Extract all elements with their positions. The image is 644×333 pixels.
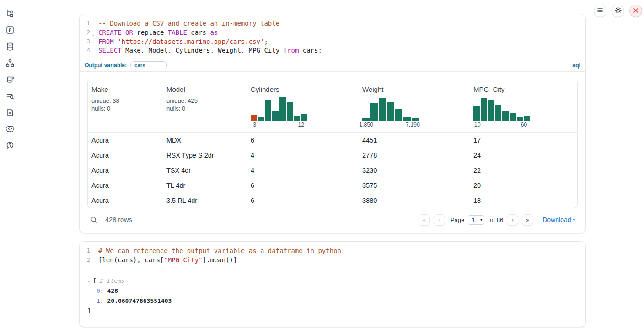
column-name: Model [166, 85, 243, 93]
column-header[interactable]: MPG_City1060 [470, 79, 577, 132]
column-name: Make [91, 85, 159, 93]
sidebar-item-snippets[interactable] [5, 124, 16, 135]
prev-page-button[interactable]: ‹ [434, 214, 445, 226]
last-page-button[interactable]: » [522, 214, 533, 226]
table-cell: TSX 4dr [163, 163, 247, 178]
page-select[interactable]: 1 ▾ [468, 215, 484, 225]
scroll-icon [5, 75, 15, 86]
notebook-actions [594, 5, 642, 17]
python-output-section: ⌄ [ 2 Items 0: 4281: 20.060747663551403 … [80, 269, 585, 327]
sidebar-item-functions[interactable] [5, 26, 16, 37]
column-name: Cylinders [251, 85, 355, 93]
output-variable-label: Output variable: [85, 62, 127, 69]
line-number: 3 [80, 37, 94, 47]
open-bracket: [ [93, 277, 97, 284]
histogram-bar [265, 100, 272, 121]
histogram-bar [495, 105, 501, 121]
code-line: 3FROM 'https://datasets.marimo.app/cars.… [80, 37, 585, 47]
search-icon[interactable] [90, 216, 98, 224]
column-header[interactable]: Weight1,8507,190 [359, 79, 470, 132]
table-row[interactable]: AcuraTSX 4dr4323022 [88, 163, 577, 178]
column-name: MPG_City [473, 85, 574, 93]
histogram-bar [412, 118, 419, 121]
close-icon [633, 7, 639, 15]
sidebar-item-file-explorer[interactable] [5, 9, 16, 20]
notebook-area: 1-- Download a CSV and create an in-memo… [79, 14, 586, 327]
sidebar-item-help[interactable] [5, 141, 16, 152]
histogram-bar [362, 118, 370, 121]
table-cell: 24 [470, 148, 577, 163]
table-footer: 428 rows « ‹ Page 1 ▾ of 86 › » Download… [87, 213, 578, 227]
column-histogram[interactable] [473, 97, 530, 121]
collapse-icon[interactable]: ⌄ [87, 278, 93, 283]
settings-button[interactable] [612, 5, 624, 17]
tree-entry: 0: 428 [97, 286, 578, 296]
download-button[interactable]: Download ▾ [542, 216, 575, 223]
histogram-bar [301, 114, 307, 121]
histogram-bar [387, 102, 394, 121]
cell-sql: 1-- Download a CSV and create an in-memo… [79, 14, 586, 233]
histogram-bar [279, 97, 286, 121]
code-line: 1# We can reference the output variable … [80, 247, 585, 256]
table-body: AcuraMDX6445117AcuraRSX Type S 2dr427782… [88, 132, 577, 208]
output-variable-input[interactable] [130, 61, 167, 69]
histogram-axis: 1,8507,190 [362, 122, 419, 129]
table-cell: Acura [88, 133, 163, 148]
language-badge[interactable]: sql [572, 62, 580, 69]
sidebar-item-scratchpad[interactable] [5, 75, 16, 86]
table-row[interactable]: Acura3.5 RL 4dr6388018 [88, 193, 577, 208]
next-page-button[interactable]: › [507, 214, 518, 226]
histogram-bar [251, 115, 257, 121]
table-cell: MDX [163, 133, 247, 148]
document-icon [5, 108, 15, 119]
column-header[interactable]: Cylinders312 [247, 79, 359, 132]
table-cell: 4 [247, 163, 359, 178]
column-header[interactable]: Modelunique: 425nulls: 0 [163, 79, 247, 132]
file-tree-icon [5, 9, 15, 20]
shutdown-button[interactable] [629, 5, 642, 17]
line-number: 1 [80, 19, 94, 28]
histogram-bar [287, 102, 293, 121]
code-line: 1-- Download a CSV and create an in-memo… [80, 19, 585, 28]
code-text: CREATE OR replace TABLE cars as [94, 28, 218, 37]
column-stats: unique: 425nulls: 0 [166, 97, 243, 113]
histogram-axis: 1060 [473, 122, 530, 129]
table-row[interactable]: AcuraRSX Type S 2dr4277824 [88, 148, 577, 163]
left-sidebar [0, 0, 20, 333]
table-cell: TL 4dr [163, 178, 247, 193]
tree-entry: 1: 20.060747663551403 [97, 296, 578, 307]
function-icon [5, 26, 15, 37]
python-code-editor[interactable]: 1# We can reference the output variable … [80, 242, 585, 269]
close-bracket: ] [87, 307, 578, 316]
histogram-bar [258, 117, 264, 121]
gear-icon [615, 7, 622, 16]
column-histogram[interactable] [251, 97, 307, 121]
sidebar-item-logs[interactable] [5, 91, 16, 102]
histogram-bar [294, 116, 301, 121]
table-row[interactable]: AcuraTL 4dr6357520 [88, 178, 577, 193]
menu-button[interactable] [594, 5, 606, 17]
line-number: 2⌄ [80, 28, 94, 37]
table-cell: 22 [470, 163, 577, 178]
histogram-bar [379, 98, 386, 121]
hamburger-menu-icon [597, 7, 603, 15]
sidebar-item-dependency-graph[interactable] [5, 58, 16, 69]
table-cell: 4451 [359, 133, 470, 148]
line-number: 1 [80, 247, 94, 256]
column-histogram[interactable] [362, 97, 419, 121]
column-header[interactable]: Makeunique: 38nulls: 0 [88, 79, 163, 132]
table-cell: Acura [88, 163, 163, 178]
first-page-button[interactable]: « [419, 214, 430, 226]
list-search-icon [5, 91, 15, 102]
row-count: 428 rows [105, 216, 132, 223]
tree-entries: 0: 4281: 20.060747663551403 [90, 286, 578, 307]
histogram-bar [481, 98, 487, 121]
sql-code-editor[interactable]: 1-- Download a CSV and create an in-memo… [80, 14, 585, 59]
line-number: 2 [80, 256, 94, 265]
table-row[interactable]: AcuraMDX6445117 [88, 132, 577, 148]
histogram-bar [370, 103, 378, 121]
sidebar-item-documentation[interactable] [5, 108, 16, 119]
table-cell: 2778 [359, 148, 470, 163]
output-tree: ⌄ [ 2 Items 0: 4281: 20.060747663551403 … [87, 277, 578, 316]
sidebar-item-datasources[interactable] [5, 42, 16, 53]
